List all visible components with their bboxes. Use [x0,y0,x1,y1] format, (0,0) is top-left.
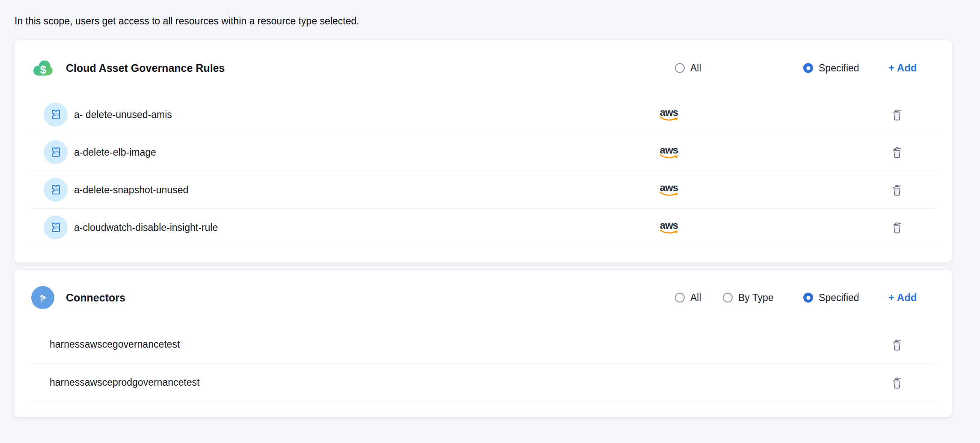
policy-script-icon: </> [44,178,68,202]
connectors-radio-specified[interactable]: Specified [803,292,859,304]
connectors-card-title: Connectors [66,292,125,304]
branch-arrows-icon [31,286,55,310]
radio-circle-icon [675,293,685,303]
radio-label: Specified [819,292,859,304]
rule-row: </> a-delete-snapshot-unused aws [15,171,952,209]
radio-label: Specified [819,62,859,74]
policy-script-icon: </> [44,103,68,127]
connectors-card: Connectors All By Type Specified + Add h… [15,270,952,417]
aws-logo-icon: aws [659,145,679,159]
radio-circle-icon [675,63,685,73]
svg-text:</>: </> [53,112,59,117]
connectors-radio-all[interactable]: All [675,292,701,304]
governance-card-header: $ Cloud Asset Governance Rules All Speci… [15,40,952,96]
radio-label: By Type [738,292,774,304]
radio-label: All [690,292,701,304]
rule-name: a- delete-unused-amis [74,109,172,121]
svg-text:$: $ [40,63,47,76]
svg-text:</>: </> [53,150,59,154]
rule-row: </> a-cloudwatch-disable-insight-rule aw… [15,209,952,246]
connector-row: harnessawscegovernancetest [15,325,952,363]
resource-scope-page: In this scope, users get access to all r… [0,0,980,443]
policy-script-icon: </> [44,216,68,239]
aws-logo-icon: aws [659,220,679,235]
delete-connector-button[interactable] [890,375,904,390]
connector-name: harnessawsceprodgovernancetest [50,377,199,388]
delete-rule-button[interactable] [890,107,904,122]
rule-name: a-cloudwatch-disable-insight-rule [74,222,218,233]
aws-logo-icon: aws [659,183,679,197]
connector-row: harnessawsceprodgovernancetest [15,363,952,402]
connectors-radio-by-type[interactable]: By Type [723,292,774,304]
delete-connector-button[interactable] [890,337,904,352]
radio-selected-icon [803,63,813,73]
governance-radio-all[interactable]: All [675,62,701,74]
svg-text:</>: </> [53,188,59,192]
delete-rule-button[interactable] [890,183,904,197]
governance-radio-specified[interactable]: Specified [803,62,859,74]
connectors-add-button[interactable]: + Add [888,292,917,304]
connectors-card-header: Connectors All By Type Specified + Add [15,270,952,325]
aws-logo-icon: aws [659,107,679,122]
delete-rule-button[interactable] [890,145,904,159]
governance-card-title: Cloud Asset Governance Rules [66,62,225,74]
governance-add-button[interactable]: + Add [888,62,917,74]
policy-script-icon: </> [44,140,68,164]
rule-name: a-delete-elb-image [74,147,156,158]
connector-name: harnessawscegovernancetest [50,339,180,350]
cloud-dollar-icon: $ [31,56,55,80]
radio-selected-icon [803,293,813,303]
rule-row: </> a- delete-unused-amis aws [15,96,952,133]
delete-rule-button[interactable] [890,220,904,235]
governance-rules-list: </> a- delete-unused-amis aws [15,96,952,246]
radio-circle-icon [723,293,733,303]
connectors-list: harnessawscegovernancetest harnessawscep… [15,325,952,402]
svg-text:</>: </> [53,225,59,230]
rule-name: a-delete-snapshot-unused [74,184,188,196]
radio-label: All [690,62,701,74]
governance-rules-card: $ Cloud Asset Governance Rules All Speci… [15,40,952,263]
scope-description: In this scope, users get access to all r… [15,15,359,27]
rule-row: </> a-delete-elb-image aws [15,133,952,171]
